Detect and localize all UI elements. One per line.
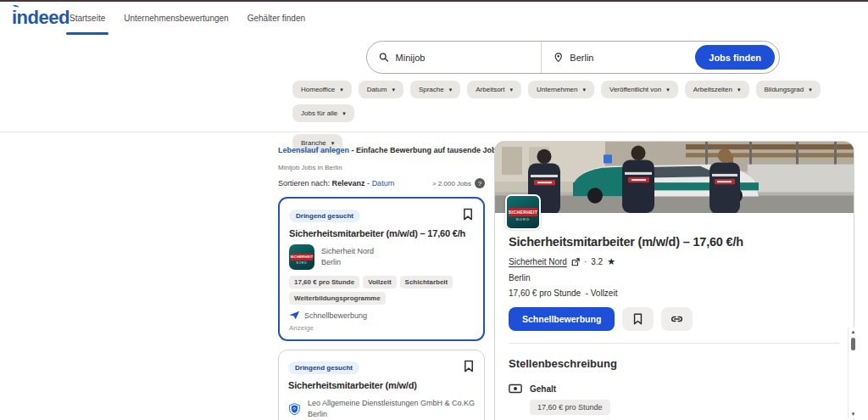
filter-arbeitszeiten[interactable]: Arbeitszeiten▾ xyxy=(685,81,749,98)
job-title[interactable]: Sicherheitsmitarbeiter (m/w/d) xyxy=(288,380,475,390)
urgent-badge: Dringend gesucht xyxy=(289,210,360,222)
sort-datum-link[interactable]: Datum xyxy=(372,179,395,188)
gehalt-value: 17,60 € pro Stunde xyxy=(530,400,610,415)
sort-relevanz[interactable]: Relevanz xyxy=(332,179,365,188)
detail-company-line: Sicherheit Nord · 3.2 ★ xyxy=(509,256,840,267)
quick-apply-row: Schnellbewerbung xyxy=(289,311,474,320)
search-bar: Jobs finden xyxy=(366,41,780,74)
search-icon xyxy=(379,52,389,63)
help-icon[interactable]: ? xyxy=(475,178,485,188)
chevron-down-icon: ▾ xyxy=(666,87,670,93)
chevron-down-icon: ▾ xyxy=(340,87,343,93)
results-column: Lebenslauf anlegen - Einfache Bewerbung … xyxy=(278,141,485,420)
indeed-job-search-page: indeed Startseite Unternehmensbewertunge… xyxy=(0,0,868,420)
company-name: Leo Allgemeine Dienstleistungen GmbH & C… xyxy=(308,398,475,409)
bookmark-icon[interactable] xyxy=(463,360,475,372)
lebenslauf-anlegen-link[interactable]: Lebenslauf anlegen xyxy=(278,146,349,154)
search-context-label: Minijob Jobs in Berlin xyxy=(278,164,485,171)
tag-vollzeit: Vollzeit xyxy=(363,276,396,288)
tab-unternehmensbewertungen[interactable]: Unternehmensbewertungen xyxy=(124,14,228,33)
location-pin-icon xyxy=(554,52,563,63)
indeed-logo[interactable]: indeed xyxy=(12,7,70,29)
filter-sprache[interactable]: Sprache▾ xyxy=(410,81,460,98)
detail-location: Berlin xyxy=(509,273,840,283)
chevron-down-icon: ▾ xyxy=(509,87,513,93)
logo-text: indeed xyxy=(12,7,70,28)
filter-unternehmen[interactable]: Unternehmen▾ xyxy=(528,81,594,98)
location-input[interactable] xyxy=(570,53,683,63)
scroll-down-icon[interactable]: ▼ xyxy=(849,411,858,417)
chevron-down-icon: ▾ xyxy=(737,87,741,93)
tag-pay: 17,60 € pro Stunde xyxy=(289,276,359,288)
quick-apply-icon xyxy=(289,311,300,320)
schnellbewerbung-button[interactable]: Schnellbewerbung xyxy=(509,307,615,331)
filter-veroeffentlicht-von[interactable]: Veröffentlicht von▾ xyxy=(601,81,678,98)
filter-arbeitsort[interactable]: Arbeitsort▾ xyxy=(467,81,521,98)
shield-logo xyxy=(288,396,301,420)
chevron-down-icon: ▾ xyxy=(582,87,586,93)
job-tags: 17,60 € pro Stunde Vollzeit Schichtarbei… xyxy=(289,276,474,305)
detail-actions: Schnellbewerbung xyxy=(509,307,840,331)
company-meta: Sicherheit Nord Berlin xyxy=(321,244,374,268)
tab-gehaelter-finden[interactable]: Gehälter finden xyxy=(248,14,305,33)
sicherheit-nord-logo: SICHERHEIT NORD xyxy=(289,244,314,270)
resume-promo: Lebenslauf anlegen - Einfache Bewerbung … xyxy=(278,146,485,154)
job-card-sicherheit-nord[interactable]: Dringend gesucht Sicherheitsmitarbeiter … xyxy=(278,197,485,341)
detail-scrollbar[interactable]: ▲ ▼ xyxy=(848,328,857,418)
sponsored-label: Anzeige xyxy=(289,324,474,332)
chevron-down-icon: ▾ xyxy=(392,87,395,93)
filter-homeoffice[interactable]: Homeoffice▾ xyxy=(292,81,352,98)
scrollbar-thumb[interactable] xyxy=(851,338,855,350)
external-link-icon[interactable] xyxy=(571,258,580,266)
star-icon: ★ xyxy=(607,256,615,267)
company-name: Sicherheit Nord xyxy=(321,246,374,257)
filter-bildungsgrad[interactable]: Bildungsgrad▾ xyxy=(756,81,821,98)
copy-link-button[interactable] xyxy=(661,307,693,331)
tab-startseite[interactable]: Startseite xyxy=(70,14,105,33)
chevron-down-icon: ▾ xyxy=(809,87,812,93)
save-job-button[interactable] xyxy=(622,307,654,331)
company-hero-image xyxy=(495,142,854,213)
location-segment xyxy=(542,42,695,73)
job-detail-panel: SICHERHEIT NORD Sicherheitsmitarbeiter (… xyxy=(494,141,854,420)
filter-datum[interactable]: Datum▾ xyxy=(359,81,403,98)
company-location: Berlin xyxy=(308,409,475,420)
job-count: > 2.000 Jobs ? xyxy=(432,178,485,188)
bookmark-icon xyxy=(632,313,643,325)
filter-jobs-fuer-alle[interactable]: Jobs für alle▾ xyxy=(292,104,354,122)
scroll-up-icon[interactable]: ▲ xyxy=(849,328,858,335)
bookmark-icon[interactable] xyxy=(462,208,474,221)
salary-icon xyxy=(509,384,522,394)
header-divider xyxy=(0,132,868,132)
company-location: Berlin xyxy=(321,257,374,268)
sort-row: Sortieren nach: Relevanz - Datum > 2.000… xyxy=(278,178,485,188)
description-section: Stellenbeschreibung Gehalt 17,60 € pro S… xyxy=(509,343,840,420)
detail-pay-line: 17,60 € pro Stunde - Vollzeit xyxy=(509,288,840,298)
keyword-input[interactable] xyxy=(396,53,529,63)
company-row: Leo Allgemeine Dienstleistungen GmbH & C… xyxy=(288,396,475,420)
main-nav: Startseite Unternehmensbewertungen Gehäl… xyxy=(70,14,305,33)
tag-schichtarbeit: Schichtarbeit xyxy=(400,276,453,288)
detail-body: Sicherheitsmitarbeiter (m/w/d) – 17,60 €… xyxy=(495,235,854,420)
link-icon xyxy=(670,314,683,324)
jobs-finden-button[interactable]: Jobs finden xyxy=(695,45,775,70)
chevron-down-icon: ▾ xyxy=(342,110,346,117)
tag-weiterbildung: Weiterbildungsprogramme xyxy=(289,292,386,305)
job-title[interactable]: Sicherheitsmitarbeiter (m/w/d) – 17,60 €… xyxy=(289,228,474,238)
detail-job-title: Sicherheitsmitarbeiter (m/w/d) – 17,60 €… xyxy=(509,235,840,249)
desc-item-gehalt: Gehalt 17,60 € pro Stunde xyxy=(509,384,840,415)
sort-controls: Sortieren nach: Relevanz - Datum xyxy=(278,179,394,188)
company-link[interactable]: Sicherheit Nord xyxy=(509,257,567,266)
urgent-badge: Dringend gesucht xyxy=(288,361,359,374)
chevron-down-icon: ▾ xyxy=(449,87,453,93)
rating-value: 3.2 xyxy=(591,257,603,266)
description-heading: Stellenbeschreibung xyxy=(509,357,840,370)
job-card-leo-dienstleistungen[interactable]: Dringend gesucht Sicherheitsmitarbeiter … xyxy=(278,350,485,420)
company-row: SICHERHEIT NORD Sicherheit Nord Berlin xyxy=(289,244,474,270)
sicherheit-nord-logo: SICHERHEIT NORD xyxy=(505,194,541,230)
keyword-segment xyxy=(367,42,542,73)
window-top-edge xyxy=(0,0,868,2)
company-meta: Leo Allgemeine Dienstleistungen GmbH & C… xyxy=(308,396,475,420)
